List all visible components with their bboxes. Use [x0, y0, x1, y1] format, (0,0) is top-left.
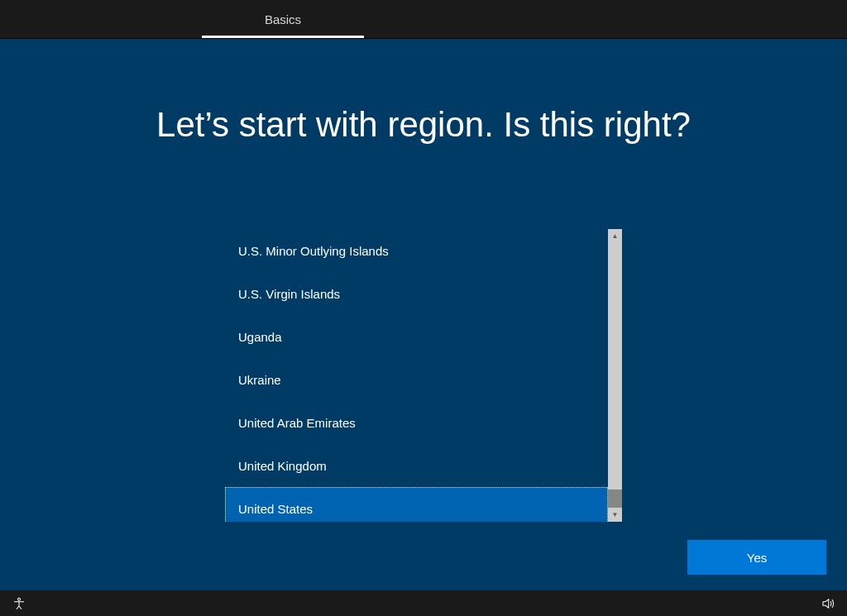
accessibility-icon[interactable] [10, 595, 28, 613]
region-item-selected[interactable]: United States [225, 487, 608, 522]
region-item[interactable]: United Arab Emirates [225, 401, 608, 444]
region-item[interactable]: U.S. Virgin Islands [225, 272, 608, 315]
region-list[interactable]: U.S. Minor Outlying Islands U.S. Virgin … [225, 229, 608, 522]
region-label: United Kingdom [238, 459, 327, 473]
volume-icon[interactable] [819, 595, 837, 613]
region-item[interactable]: U.S. Minor Outlying Islands [225, 229, 608, 272]
region-item[interactable]: United Kingdom [225, 444, 608, 487]
page-title: Let’s start with region. Is this right? [0, 105, 847, 145]
region-item[interactable]: Ukraine [225, 358, 608, 401]
tab-label: Basics [265, 12, 301, 26]
tab-bar: Basics [0, 0, 847, 39]
region-label: United States [238, 502, 313, 516]
yes-button-label: Yes [747, 551, 767, 565]
region-item[interactable]: Uganda [225, 315, 608, 358]
tab-spacer [0, 0, 202, 38]
region-label: United Arab Emirates [238, 416, 356, 430]
region-label: Uganda [238, 330, 282, 344]
svg-point-0 [18, 598, 21, 600]
region-label: U.S. Minor Outlying Islands [238, 244, 389, 258]
region-label: U.S. Virgin Islands [238, 287, 340, 301]
scroll-up-button[interactable]: ▲ [608, 229, 622, 243]
chevron-up-icon: ▲ [612, 233, 619, 240]
oobe-content: Let’s start with region. Is this right? … [0, 39, 847, 590]
bottom-bar [0, 590, 847, 616]
tab-basics[interactable]: Basics [202, 0, 364, 38]
scrollbar-thumb[interactable] [608, 489, 622, 508]
scrollbar-track[interactable] [608, 243, 622, 508]
region-list-container: U.S. Minor Outlying Islands U.S. Virgin … [225, 229, 622, 522]
scrollbar[interactable]: ▲ ▼ [608, 229, 622, 522]
scroll-down-button[interactable]: ▼ [608, 508, 622, 522]
chevron-down-icon: ▼ [612, 512, 619, 518]
yes-button[interactable]: Yes [687, 540, 826, 575]
region-label: Ukraine [238, 373, 281, 387]
